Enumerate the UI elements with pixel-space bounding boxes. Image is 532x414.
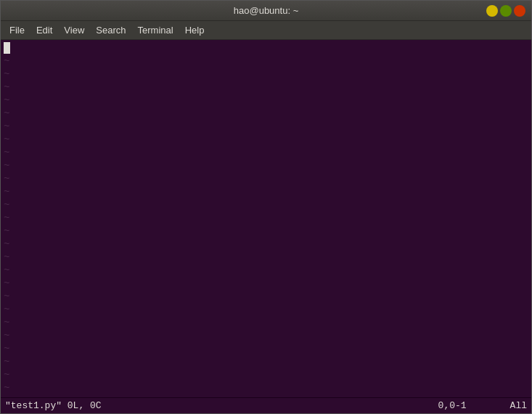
vim-tilde-line: ~ xyxy=(4,329,528,342)
vim-tilde-line: ~ xyxy=(4,54,528,68)
status-position: 0,0-1 xyxy=(438,400,467,411)
vim-tilde-line: ~ xyxy=(4,264,528,277)
menu-file[interactable]: File xyxy=(4,23,30,37)
menu-edit[interactable]: Edit xyxy=(30,23,58,37)
window-title: hao@ubuntu: ~ xyxy=(234,5,298,16)
vim-tilde-line: ~ xyxy=(4,81,528,94)
vim-tilde-line: ~ xyxy=(4,224,528,238)
vim-tilde-line: ~ xyxy=(4,251,528,264)
vim-tilde-line: ~ xyxy=(4,316,528,329)
close-button[interactable] xyxy=(514,5,525,17)
vim-tilde-line: ~ xyxy=(4,368,528,381)
minimize-button[interactable] xyxy=(486,5,498,17)
vim-tilde-line: ~ xyxy=(4,238,528,251)
vim-tilde-line: ~ xyxy=(4,120,528,133)
vim-tilde-line: ~ xyxy=(4,172,528,185)
status-bar: "test1.py" 0L, 0C 0,0-1 All xyxy=(1,397,531,413)
vim-tilde-line: ~ xyxy=(4,342,528,355)
vim-tilde-line: ~ xyxy=(4,133,528,146)
vim-cursor xyxy=(4,42,10,54)
title-bar: hao@ubuntu: ~ xyxy=(1,1,531,21)
vim-editor[interactable]: ~ ~ ~ ~ ~ ~ ~ ~ ~ ~ ~ ~ ~ ~ ~ ~ ~ ~ ~ ~ … xyxy=(1,40,531,397)
window-controls xyxy=(486,5,525,17)
vim-tilde-line: ~ xyxy=(4,107,528,120)
vim-tilde-line: ~ xyxy=(4,355,528,368)
vim-tilde-line: ~ xyxy=(4,381,528,394)
status-file-info: "test1.py" 0L, 0C xyxy=(5,400,102,411)
vim-tilde-line: ~ xyxy=(4,159,528,172)
vim-line-1 xyxy=(4,41,528,54)
vim-tilde-line: ~ xyxy=(4,290,528,303)
vim-tilde-line: ~ xyxy=(4,68,528,81)
menu-bar: File Edit View Search Terminal Help xyxy=(1,21,531,40)
maximize-button[interactable] xyxy=(500,5,512,17)
menu-help[interactable]: Help xyxy=(179,23,210,37)
vim-tilde-line: ~ xyxy=(4,303,528,316)
status-right: 0,0-1 All xyxy=(438,400,527,411)
menu-search[interactable]: Search xyxy=(90,23,131,37)
status-scroll: All xyxy=(510,400,527,411)
vim-tilde-line: ~ xyxy=(4,211,528,224)
vim-tilde-line: ~ xyxy=(4,277,528,290)
vim-tilde-line: ~ xyxy=(4,94,528,107)
terminal-window: hao@ubuntu: ~ File Edit View Search Term… xyxy=(0,0,532,414)
menu-terminal[interactable]: Terminal xyxy=(132,23,179,37)
menu-view[interactable]: View xyxy=(58,23,90,37)
vim-tilde-line: ~ xyxy=(4,394,528,397)
vim-tilde-line: ~ xyxy=(4,146,528,159)
vim-tilde-line: ~ xyxy=(4,198,528,211)
vim-content: ~ ~ ~ ~ ~ ~ ~ ~ ~ ~ ~ ~ ~ ~ ~ ~ ~ ~ ~ ~ … xyxy=(4,41,528,396)
vim-tilde-line: ~ xyxy=(4,185,528,198)
